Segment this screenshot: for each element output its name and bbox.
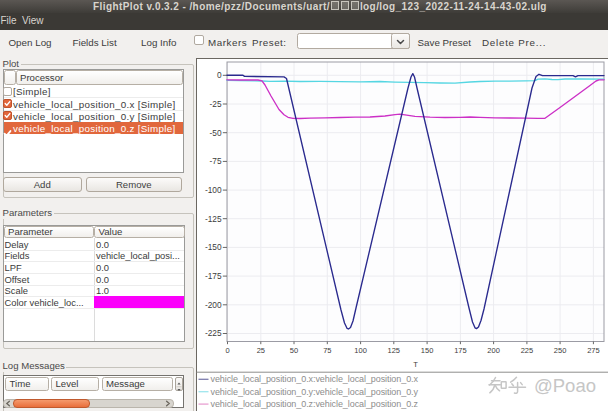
svg-text:-125: -125 — [205, 214, 222, 224]
svg-text:0: 0 — [217, 70, 222, 80]
svg-text:75: 75 — [323, 346, 331, 355]
svg-text:125: 125 — [388, 346, 401, 355]
svg-text:275: 275 — [587, 346, 600, 355]
svg-text:100: 100 — [354, 346, 367, 355]
svg-text:175: 175 — [454, 346, 467, 355]
svg-text:-75: -75 — [210, 156, 222, 166]
svg-text:50: 50 — [290, 346, 298, 355]
svg-text:225: 225 — [521, 346, 534, 355]
svg-text:-200: -200 — [205, 300, 222, 310]
svg-text:vehicle_local_position_0.x:veh: vehicle_local_position_0.x:vehicle_local… — [211, 374, 419, 384]
svg-text:150: 150 — [421, 346, 434, 355]
svg-text:25: 25 — [257, 346, 265, 355]
svg-text:200: 200 — [487, 346, 500, 355]
svg-text:@Poao: @Poao — [534, 375, 596, 396]
svg-text:-175: -175 — [205, 271, 222, 281]
svg-text:-50: -50 — [210, 128, 222, 138]
svg-text:250: 250 — [554, 346, 567, 355]
svg-text:T: T — [413, 360, 418, 369]
svg-text:0: 0 — [225, 346, 229, 355]
svg-text:vehicle_local_position_0.z:veh: vehicle_local_position_0.z:vehicle_local… — [211, 399, 419, 409]
svg-text:-100: -100 — [205, 185, 222, 195]
svg-text:-225: -225 — [205, 328, 222, 338]
svg-text:-25: -25 — [210, 99, 222, 109]
svg-text:-150: -150 — [205, 242, 222, 252]
svg-text:vehicle_local_position_0.y:veh: vehicle_local_position_0.y:vehicle_local… — [211, 387, 419, 397]
